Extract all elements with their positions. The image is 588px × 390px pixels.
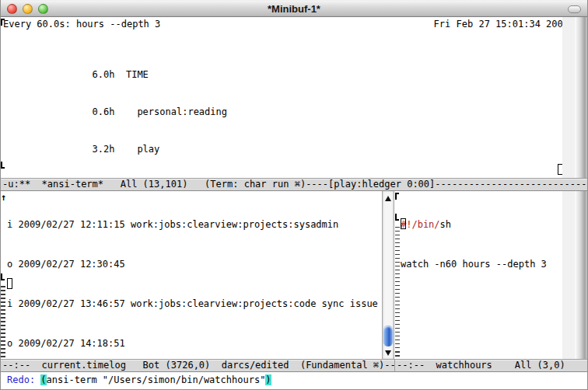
buffer-bottom-boundary-icon <box>395 214 399 221</box>
script-command-line: watch -n60 hours --depth 3 <box>401 258 547 271</box>
toolbar-toggle-button[interactable] <box>568 5 581 13</box>
window-title: *Minibuf-1* <box>1 3 587 15</box>
timelog-line: o 2009/02/27 12:30:45 <box>7 258 378 271</box>
script-content: #!/bin/sh watch -n60 hours --depth 3 <box>401 192 547 298</box>
timelog-line: i 2009/02/27 12:11:15 work:jobs:clearvie… <box>7 218 378 232</box>
hours-report: 6.0h TIME 0.6h personal:reading 3.2h pla… <box>2 44 227 178</box>
minibuffer[interactable]: Redo: (ansi-term "/Users/simon/bin/watch… <box>1 372 587 389</box>
modeline-current-timelog[interactable]: --:-- current.timelog Bot (3726,0) darcs… <box>1 359 394 372</box>
scroll-up-boundary-icon: ↑ <box>1 193 6 202</box>
empty-lines-indicator <box>1 286 5 358</box>
buffer-bottom-boundary-icon <box>1 273 5 280</box>
report-line: 0.6h personal:reading <box>2 106 227 118</box>
empty-lines-indicator <box>395 227 400 358</box>
modeline-ansi-term[interactable]: -u:** *ansi-term* All (13,101) (Term: ch… <box>1 178 587 191</box>
top-pane-scrollbar-track[interactable] <box>575 17 587 178</box>
timelog-cursor <box>7 278 12 289</box>
watch-timestamp: Fri Feb 27 15:01:34 2009 <box>434 19 569 30</box>
minibuffer-command-text: ansi-term "/Users/simon/bin/watchhours" <box>47 374 266 385</box>
buffer-top-boundary-icon <box>1 19 5 26</box>
buffer-top-boundary-icon <box>395 193 399 200</box>
report-line: 3.2h play <box>2 143 227 155</box>
timelog-line: o 2009/02/27 14:18:51 <box>7 337 378 350</box>
scrollbar-gutter <box>562 191 575 359</box>
shebang-prefix: #!/bin/ <box>401 219 440 230</box>
bottom-split: i 2009/02/27 12:11:15 work:jobs:clearvie… <box>1 191 587 359</box>
buffer-bottom-boundary-icon <box>1 162 5 169</box>
modeline-watchhours[interactable]: --:-- watchhours All (3,0) <box>394 359 587 372</box>
minibuffer-prompt: Redo: <box>7 374 40 385</box>
timelog-scrollbar[interactable] <box>382 191 394 359</box>
paren-match-open: ( <box>40 374 46 385</box>
watchhours-scrollbar-track[interactable] <box>575 191 587 359</box>
watch-command-text: Every 60.0s: hours --depth 3 <box>3 19 160 30</box>
title-bar[interactable]: *Minibuf-1* <box>1 0 587 17</box>
shebang-interpreter: sh <box>440 219 451 230</box>
scrollbar-down-arrow-icon[interactable] <box>383 350 394 357</box>
scrollbar-thumb[interactable] <box>383 326 393 346</box>
scrollbar-gutter <box>562 17 575 178</box>
bottom-modelines: --:-- current.timelog Bot (3726,0) darcs… <box>1 359 587 372</box>
watchhours-window[interactable]: #!/bin/sh watch -n60 hours --depth 3 <box>394 191 587 359</box>
report-line: 6.0h TIME <box>2 68 227 81</box>
timelog-window[interactable]: i 2009/02/27 12:11:15 work:jobs:clearvie… <box>1 191 382 359</box>
timelog-line: i 2009/02/27 13:46:57 work:jobs:clearvie… <box>7 298 378 311</box>
emacs-frame: *Minibuf-1* Every 60.0s: hours --depth 3… <box>0 0 588 390</box>
timelog-entries: i 2009/02/27 12:11:15 work:jobs:clearvie… <box>7 192 378 359</box>
shebang-line: #!/bin/sh <box>401 218 547 232</box>
ansi-term-window[interactable]: Every 60.0s: hours --depth 3 Fri Feb 27 … <box>1 17 587 178</box>
paren-match-close: ) <box>265 374 271 385</box>
scrollbar-up-arrow-icon[interactable] <box>383 194 394 202</box>
script-cursor <box>401 218 406 229</box>
